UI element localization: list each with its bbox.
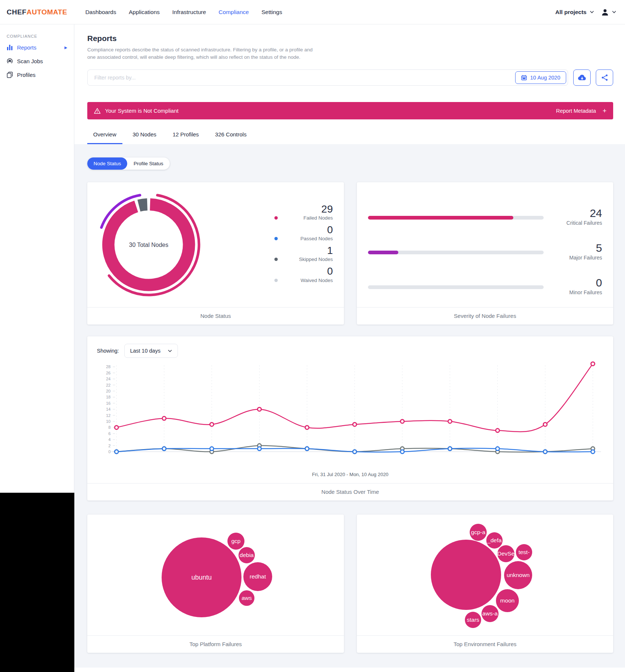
warning-icon [94,108,101,114]
bubble-unlabeled[interactable] [431,540,501,610]
sidebar-item-label: Profiles [17,72,36,78]
sidebar-item-scan-jobs[interactable]: Scan Jobs [0,54,74,68]
tab-controls[interactable]: 326 Controls [209,131,253,144]
chevron-down-icon [590,11,594,13]
filter-box: 10 Aug 2020 [87,69,568,86]
user-icon [601,8,609,17]
bubble-label: _defa [487,537,502,544]
chevron-down-icon [168,350,172,352]
bubble-aws-a[interactable]: aws-a [482,605,499,622]
chevron-down-icon [612,11,616,13]
nav-dashboards[interactable]: Dashboards [79,1,123,24]
report-metadata-toggle[interactable]: Report Metadata + [556,108,607,114]
card-caption: Node Status [87,307,344,325]
minor-count: 0 [553,277,602,289]
calendar-icon [521,75,527,81]
status-toggle: Node Status Profile Status [87,157,170,170]
filter-reports-input[interactable] [89,71,515,84]
waived-count: 0 [274,265,333,277]
page-title: Reports [87,34,613,43]
compliance-alert-banner: Your System is Not Compliant Report Meta… [87,102,613,119]
major-count: 5 [553,242,602,254]
chevron-right-icon: ▶ [64,45,67,50]
node-status-over-time-card: Showing: Last 10 days 024681012141618202… [87,336,613,500]
download-report-button[interactable] [573,69,591,86]
major-label: Major Failures [553,255,602,261]
legend-label: Skipped Nodes [299,257,333,262]
sidebar-column: COMPLIANCE Reports ▶ Scan Jobs Profiles [0,24,74,672]
bubble-label: unknown [507,572,530,578]
bubble-label: ubuntu [191,574,212,581]
bubble-label: stars [467,617,479,623]
tab-overview[interactable]: Overview [87,131,122,144]
svg-text:0: 0 [108,449,111,454]
critical-label: Critical Failures [553,220,602,226]
legend-waived-nodes: 0 Waived Nodes [274,265,333,283]
svg-text:26: 26 [106,371,111,375]
projects-dropdown[interactable]: All projects [555,9,594,16]
main-nav: Dashboards Applications Infrastructure C… [79,1,288,24]
svg-text:12: 12 [106,413,111,418]
logo-automate: AUTOMATE [27,8,67,16]
top-navbar: CHEFAUTOMATE Dashboards Applications Inf… [0,0,625,24]
report-tabs: Overview 30 Nodes 12 Profiles 326 Contro… [87,131,613,144]
sidebar-item-reports[interactable]: Reports ▶ [0,41,74,54]
date-picker-button[interactable]: 10 Aug 2020 [515,71,566,84]
failed-dot-icon [274,216,278,220]
nav-infrastructure[interactable]: Infrastructure [166,1,212,24]
nav-applications[interactable]: Applications [122,1,166,24]
node-status-pill[interactable]: Node Status [87,157,127,170]
bubble-gcp-a[interactable]: gcp-a [470,524,487,541]
sidebar-item-label: Scan Jobs [17,58,43,64]
legend-skipped-nodes: 1 Skipped Nodes [274,245,333,262]
svg-text:22: 22 [106,383,111,387]
bubble-unknown[interactable]: unknown [504,561,532,589]
legend-passed-nodes: 0 Passed Nodes [274,224,333,241]
radar-icon [7,58,13,64]
bubble-label: debia [240,552,254,559]
bubble-aws[interactable]: aws [239,590,254,606]
legend-failed-nodes: 29 Failed Nodes [274,203,333,221]
tab-profiles[interactable]: 12 Profiles [167,131,205,144]
legend-label: Waived Nodes [301,278,333,283]
cloud-download-icon [578,74,587,81]
passed-count: 0 [274,224,333,236]
bubble-DevSe[interactable]: DevSe [497,545,514,562]
bubble-debia[interactable]: debia [239,547,255,563]
bubble-redhat[interactable]: redhat [243,562,272,591]
bubble-_defa[interactable]: _defa [486,532,503,549]
svg-text:8: 8 [108,425,111,430]
bubble-ubuntu[interactable]: ubuntu [162,537,241,617]
bubble-gcp[interactable]: gcp [227,533,244,550]
nav-compliance[interactable]: Compliance [212,1,255,24]
major-bar [368,251,544,254]
user-menu[interactable] [601,8,616,17]
bubble-label: gcp-a [471,529,486,536]
bubble-moon[interactable]: moon [496,589,519,612]
documents-icon [7,72,13,78]
bubble-stars[interactable]: stars [465,612,481,628]
major-failures-row: 5 Major Failures [368,230,602,264]
severity-card: 24 Critical Failures 5 Major Failures [357,182,613,325]
page-description: Compliance reports describe the status o… [87,46,318,61]
svg-text:24: 24 [106,377,111,381]
nav-settings[interactable]: Settings [255,1,288,24]
tab-nodes[interactable]: 30 Nodes [127,131,162,144]
card-caption: Node Status Over Time [87,483,613,500]
date-range-select[interactable]: Last 10 days [124,344,178,358]
minor-failures-row: 0 Minor Failures [368,264,602,299]
node-status-donut-chart: 30 Total Nodes [93,189,204,300]
bubble-label: aws-a [482,610,497,617]
chef-automate-logo[interactable]: CHEFAUTOMATE [7,8,67,16]
share-report-button[interactable] [596,69,613,86]
bubble-label: aws [241,595,252,601]
bar-chart-icon [7,44,13,51]
card-caption: Top Platform Failures [87,635,344,653]
svg-text:20: 20 [106,389,111,393]
projects-label: All projects [555,9,587,16]
profile-status-pill[interactable]: Profile Status [127,157,169,170]
node-status-legend: 29 Failed Nodes 0 Passed Nodes 1 Skipped… [274,203,333,286]
sidebar-item-profiles[interactable]: Profiles [0,68,74,82]
bubble-test-[interactable]: test- [516,544,532,560]
donut-center-label: 30 Total Nodes [129,242,168,248]
